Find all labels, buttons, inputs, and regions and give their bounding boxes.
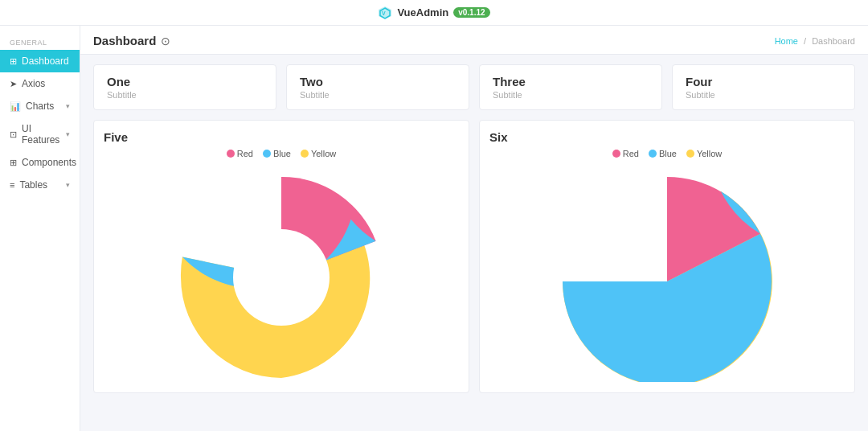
legend-six-red: Red [612, 149, 639, 158]
legend-six-yellow-dot [686, 150, 694, 158]
chart-six-title: Six [489, 130, 845, 144]
sidebar-item-axios[interactable]: ➤ Axios [0, 72, 80, 95]
axios-icon: ➤ [10, 79, 17, 89]
ui-features-icon: ⊡ [10, 129, 17, 140]
stat-card-one: One Subtitle [93, 64, 276, 110]
brand-name: VueAdmin [397, 6, 448, 18]
sidebar-item-dashboard-label: Dashboard [22, 55, 69, 67]
breadcrumb-current: Dashboard [812, 36, 855, 46]
chart-five-title: Five [104, 130, 459, 144]
pie-chart [555, 165, 780, 382]
tables-icon: ≡ [10, 180, 14, 190]
svg-text:V: V [382, 10, 386, 16]
page-header: Dashboard ⊙ Home / Dashboard [80, 26, 868, 55]
breadcrumb-separator: / [804, 36, 806, 46]
page-title: Dashboard [93, 34, 156, 47]
stat-card-one-title: One [107, 75, 263, 88]
stat-card-three-subtitle: Subtitle [493, 90, 649, 100]
main-layout: GENERAL ⊞ Dashboard ➤ Axios 📊 Charts ▾ ⊡… [0, 26, 868, 431]
legend-five-yellow-label: Yellow [311, 149, 336, 158]
breadcrumb: Home / Dashboard [775, 36, 855, 46]
chart-six-container [489, 165, 845, 382]
stat-card-two-title: Two [300, 75, 456, 88]
sidebar-item-dashboard[interactable]: ⊞ Dashboard [0, 50, 80, 72]
charts-arrow-icon: ▾ [66, 102, 70, 110]
stat-card-four-title: Four [686, 75, 841, 88]
svg-point-3 [233, 229, 330, 326]
tables-arrow-icon: ▾ [66, 181, 70, 189]
chart-five-legend: Red Blue Yellow [104, 149, 459, 158]
legend-six-blue-dot [649, 150, 657, 158]
legend-five-red-label: Red [237, 149, 253, 158]
stat-card-two-subtitle: Subtitle [300, 90, 456, 100]
sidebar-item-tables[interactable]: ≡ Tables ▾ [0, 174, 80, 196]
stat-card-three-title: Three [493, 75, 649, 88]
charts-icon: 📊 [10, 101, 21, 112]
legend-six-blue: Blue [649, 149, 677, 158]
sidebar-item-charts[interactable]: 📊 Charts ▾ [0, 95, 80, 117]
legend-six-red-dot [612, 150, 620, 158]
stat-cards-row: One Subtitle Two Subtitle Three Subtitle… [80, 55, 868, 120]
sidebar-item-axios-label: Axios [22, 78, 45, 89]
brand-icon: V [378, 6, 392, 20]
sidebar-item-components-label: Components [22, 157, 76, 168]
legend-five-blue: Blue [263, 149, 291, 158]
stat-card-four-subtitle: Subtitle [686, 90, 841, 100]
brand: V VueAdmin v0.1.12 [378, 6, 489, 20]
sidebar-item-ui-features[interactable]: ⊡ UI Features ▾ [0, 117, 80, 151]
legend-blue-dot [263, 150, 271, 158]
charts-row: Five Red Blue Yellow [80, 120, 868, 403]
legend-six-yellow: Yellow [686, 149, 722, 158]
topbar: V VueAdmin v0.1.12 [0, 0, 868, 26]
sidebar: GENERAL ⊞ Dashboard ➤ Axios 📊 Charts ▾ ⊡… [0, 26, 80, 431]
stat-card-one-subtitle: Subtitle [107, 90, 263, 100]
stat-card-three: Three Subtitle [479, 64, 662, 110]
stat-card-four: Four Subtitle [672, 64, 855, 110]
dashboard-icon: ⊞ [10, 56, 17, 67]
sidebar-item-tables-label: Tables [19, 179, 47, 191]
legend-six-blue-label: Blue [659, 149, 677, 158]
ui-features-arrow-icon: ▾ [66, 130, 70, 138]
chart-six-legend: Red Blue Yellow [489, 149, 845, 158]
sidebar-item-charts-label: Charts [26, 101, 54, 112]
legend-five-yellow: Yellow [301, 149, 336, 158]
page-header-left: Dashboard ⊙ [93, 34, 170, 47]
legend-six-red-label: Red [623, 149, 639, 158]
legend-five-blue-label: Blue [273, 149, 291, 158]
version-badge: v0.1.12 [453, 7, 489, 18]
legend-yellow-dot [301, 150, 309, 158]
legend-five-red: Red [227, 149, 253, 158]
legend-red-dot [227, 150, 235, 158]
sidebar-section-general: GENERAL [0, 32, 80, 50]
breadcrumb-home[interactable]: Home [775, 36, 798, 46]
donut-chart [177, 165, 386, 382]
stat-card-two: Two Subtitle [286, 64, 469, 110]
legend-six-yellow-label: Yellow [697, 149, 722, 158]
main-content: Dashboard ⊙ Home / Dashboard One Subtitl… [80, 26, 868, 431]
chart-six-card: Six Red Blue Yellow [479, 120, 855, 393]
chart-five-container [104, 165, 459, 382]
chart-five-card: Five Red Blue Yellow [93, 120, 469, 393]
sidebar-item-ui-features-label: UI Features [22, 123, 61, 146]
components-icon: ⊞ [10, 158, 17, 168]
github-icon[interactable]: ⊙ [161, 35, 170, 47]
sidebar-item-components[interactable]: ⊞ Components ▾ [0, 151, 80, 174]
